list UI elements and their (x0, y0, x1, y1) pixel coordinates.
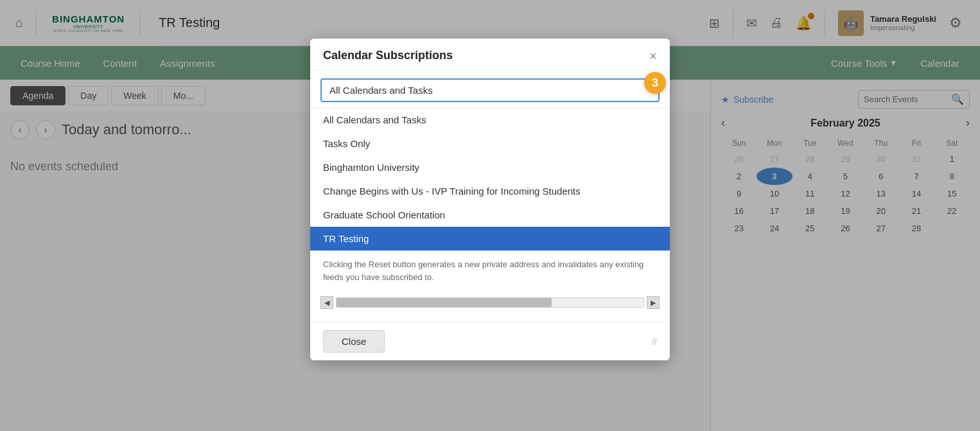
modal-body: 3 All Calendars and TasksTasks OnlyBingh… (310, 71, 670, 322)
resize-handle: // (652, 337, 657, 347)
close-button[interactable]: Close (323, 330, 385, 353)
dropdown-list: All Calendars and TasksTasks OnlyBingham… (310, 107, 670, 251)
modal-footer: Close // (310, 322, 670, 360)
dropdown-input-wrapper: 3 (320, 78, 660, 102)
dropdown-list-item[interactable]: Binghamton University (310, 155, 670, 179)
scroll-track[interactable] (336, 297, 644, 308)
modal-overlay: Calendar Subscriptions × 3 All Calendars… (0, 0, 980, 431)
badge-3: 3 (644, 72, 666, 94)
modal-title: Calendar Subscriptions (323, 49, 453, 62)
scrollbar-area: ◀ ▶ (320, 296, 660, 309)
scroll-right-arrow[interactable]: ▶ (647, 296, 660, 309)
modal-calendar-subscriptions: Calendar Subscriptions × 3 All Calendars… (310, 39, 670, 360)
modal-close-button[interactable]: × (649, 49, 657, 62)
dropdown-list-item[interactable]: Change Begins with Us - IVP Training for… (310, 179, 670, 203)
modal-info-text: Clicking the Reset button generates a ne… (310, 251, 670, 291)
scroll-left-arrow[interactable]: ◀ (320, 296, 333, 309)
scroll-thumb (337, 298, 552, 307)
dropdown-list-item[interactable]: Graduate School Orientation (310, 203, 670, 227)
dropdown-list-item[interactable]: TR Testing (310, 227, 670, 251)
dropdown-list-item[interactable]: Tasks Only (310, 132, 670, 155)
calendar-select-input[interactable] (320, 78, 660, 102)
modal-header: Calendar Subscriptions × (310, 39, 670, 71)
dropdown-input-area: 3 (310, 78, 670, 107)
dropdown-list-item[interactable]: All Calendars and Tasks (310, 108, 670, 132)
